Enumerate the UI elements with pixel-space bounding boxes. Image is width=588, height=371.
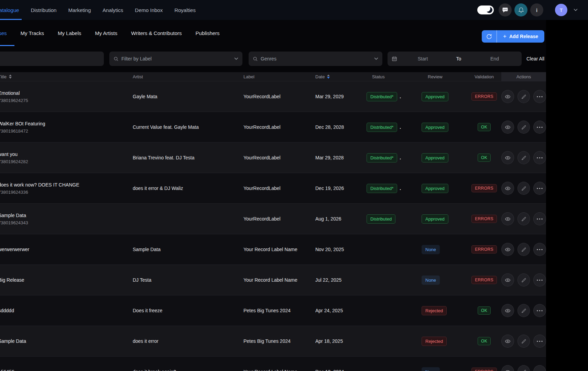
label-filter-dropdown[interactable]: Filter by Label <box>109 52 242 66</box>
nav-item-marketing[interactable]: Marketing <box>68 0 91 20</box>
date-start-field[interactable]: Start <box>400 56 446 61</box>
artist-cell: Current Value feat. Gayle Mata <box>133 124 241 130</box>
view-button[interactable] <box>501 121 514 134</box>
date-cell: Jul 22, 2025 <box>312 277 363 283</box>
table-row[interactable]: sdddddDoes it freezePetes Big Tunes 2024… <box>0 295 546 326</box>
theme-toggle[interactable] <box>477 5 494 14</box>
view-button[interactable] <box>501 365 514 371</box>
table-row[interactable]: Sample Data738019624343YourRecordLabelAu… <box>0 203 546 234</box>
release-upc: 738019618472 <box>0 128 28 134</box>
chat-button[interactable] <box>499 3 512 16</box>
nav-item-distribution[interactable]: Distribution <box>31 0 56 20</box>
edit-button[interactable] <box>518 243 530 256</box>
catalogue-page: Releases My Tracks My Labels My Artists … <box>0 20 546 371</box>
edit-button[interactable] <box>518 90 530 103</box>
info-button[interactable]: i <box>530 3 543 16</box>
user-avatar[interactable]: T <box>555 4 567 16</box>
table-row[interactable]: 156456does it break again?Your Record La… <box>0 356 546 371</box>
more-button[interactable] <box>533 243 546 256</box>
more-button[interactable] <box>533 212 546 225</box>
table-row[interactable]: want you738019624282Briana Trevino feat.… <box>0 142 546 173</box>
view-button[interactable] <box>501 90 514 103</box>
review-cell: Rejected <box>419 306 467 315</box>
add-release-button[interactable]: + Add Release <box>497 30 544 43</box>
top-navigation-bar: Catalogue Distribution Marketing Analyti… <box>0 0 588 20</box>
title-cell: Emotional738019624275 <box>0 90 133 103</box>
genres-filter-dropdown[interactable]: Genres <box>249 52 382 66</box>
table-row[interactable]: Emotional738019624275Gayle MataYourRecor… <box>0 81 546 112</box>
more-button[interactable] <box>533 151 546 164</box>
more-button[interactable] <box>533 90 546 103</box>
view-button[interactable] <box>501 151 514 164</box>
table-row[interactable]: werwerwerwerSample DataYour Record Label… <box>0 234 546 265</box>
view-button[interactable] <box>501 212 514 225</box>
nav-item-royalties[interactable]: Royalties <box>174 0 196 20</box>
edit-button[interactable] <box>518 151 530 164</box>
tab-my-labels[interactable]: My Labels <box>58 20 81 46</box>
column-header-date[interactable]: Date <box>312 74 363 79</box>
eye-icon <box>505 338 511 344</box>
date-range-picker[interactable]: Start To End <box>388 52 522 66</box>
eye-icon <box>505 94 511 100</box>
pencil-icon <box>521 278 526 283</box>
table-header: Title Artist Label Date Status Review Va… <box>0 72 546 81</box>
artist-cell: Briana Trevino feat. DJ Testa <box>133 155 241 160</box>
more-button[interactable] <box>533 273 546 286</box>
table-row[interactable]: Sample Datadoes it errorPetes Big Tunes … <box>0 326 546 356</box>
edit-button[interactable] <box>518 121 530 134</box>
eye-icon <box>505 277 511 283</box>
pencil-icon <box>521 339 526 344</box>
clear-all-button[interactable]: Clear All <box>526 56 544 61</box>
view-button[interactable] <box>501 243 514 256</box>
artist-cell: does it error <box>133 338 241 344</box>
more-button[interactable] <box>533 335 546 348</box>
edit-button[interactable] <box>518 273 530 286</box>
status-note-dot: . <box>400 94 401 99</box>
date-end-field[interactable]: End <box>472 56 518 61</box>
edit-button[interactable] <box>518 365 530 371</box>
search-releases-input[interactable] <box>0 52 104 66</box>
edit-button[interactable] <box>518 212 530 225</box>
more-button[interactable] <box>533 365 546 371</box>
validation-badge: ERRORS <box>471 276 497 284</box>
more-button[interactable] <box>533 304 546 317</box>
validation-cell: ERRORS <box>467 184 501 192</box>
actions-cell <box>501 212 546 225</box>
table-row[interactable]: does it work now? DOES IT CHANGE73801962… <box>0 173 546 203</box>
nav-item-catalogue[interactable]: Catalogue <box>0 0 19 20</box>
validation-badge: ERRORS <box>471 92 497 101</box>
notifications-button[interactable] <box>514 3 527 16</box>
edit-button[interactable] <box>518 304 530 317</box>
status-badge: Distributed <box>367 214 395 224</box>
validation-badge: ERRORS <box>471 215 497 223</box>
tab-writers-contributors[interactable]: Writers & Contributors <box>131 20 182 46</box>
table-row[interactable]: Big ReleaseDJ TestaYour Record Label Nam… <box>0 265 546 295</box>
tab-my-tracks[interactable]: My Tracks <box>21 20 44 46</box>
view-button[interactable] <box>501 182 514 195</box>
nav-item-demo-inbox[interactable]: Demo Inbox <box>135 0 163 20</box>
title-cell: werwerwerwer <box>0 247 133 252</box>
title-cell: Sample Data <box>0 338 133 344</box>
actions-cell <box>501 243 546 256</box>
validation-cell: ERRORS <box>467 92 501 101</box>
account-menu-chevron[interactable] <box>574 9 578 11</box>
column-header-title[interactable]: Title <box>0 74 133 79</box>
view-button[interactable] <box>501 273 514 286</box>
tab-my-artists[interactable]: My Artists <box>95 20 117 46</box>
edit-button[interactable] <box>518 335 530 348</box>
more-button[interactable] <box>533 121 546 134</box>
tab-releases[interactable]: Releases <box>0 20 7 46</box>
label-cell: YourRecordLabel <box>241 216 312 222</box>
release-upc: 738019624275 <box>0 98 28 103</box>
refresh-button[interactable] <box>482 30 497 43</box>
release-upc: 738019624282 <box>0 159 28 164</box>
validation-cell: ERRORS <box>467 368 501 371</box>
tab-publishers[interactable]: Publishers <box>196 20 220 46</box>
view-button[interactable] <box>501 304 514 317</box>
nav-item-analytics[interactable]: Analytics <box>102 0 123 20</box>
edit-button[interactable] <box>518 182 530 195</box>
label-cell: YourRecordLabel <box>241 155 312 160</box>
view-button[interactable] <box>501 335 514 348</box>
table-row[interactable]: WalKer BOt Featuring738019618472Current … <box>0 112 546 142</box>
more-button[interactable] <box>533 182 546 195</box>
